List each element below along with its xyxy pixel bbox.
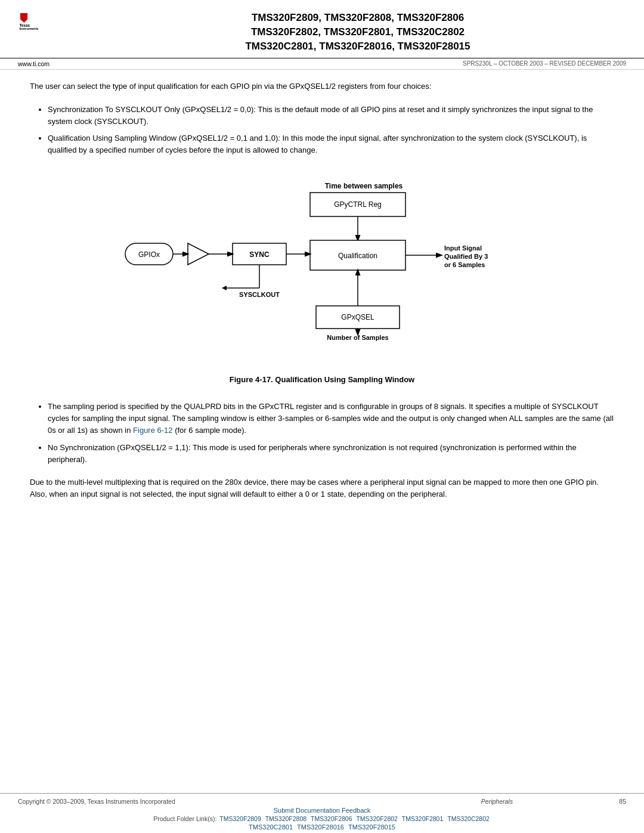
title-line1: TMS320F2809, TMS320F2808, TMS320F2806: [89, 11, 626, 25]
final-para: Due to the multi-level multiplexing that…: [30, 476, 614, 500]
svg-text:SYSCLKOUT: SYSCLKOUT: [239, 291, 280, 298]
header-subtitle-row: www.ti.com SPRS230L – OCTOBER 2003 – REV…: [0, 58, 644, 70]
page: Texas Instruments TMS320F2809, TMS320F28…: [0, 0, 644, 833]
product-link-9[interactable]: TMS320F28015: [348, 823, 395, 831]
diagram-svg-wrapper: Time between samples GPyCTRL Reg Qualifi…: [107, 178, 537, 370]
section-page: Peripherals 85: [481, 798, 626, 805]
product-link-1[interactable]: TMS320F2809: [219, 815, 261, 822]
bullet-item-1: Synchronization To SYSCLKOUT Only (GPxQS…: [48, 104, 614, 128]
svg-marker-24: [222, 286, 227, 290]
bullet-item-4: No Synchronization (GPxQSEL1/2 = 1,1): T…: [48, 442, 614, 466]
svg-text:or 6 Samples: or 6 Samples: [444, 261, 485, 268]
product-links: TMS320F2809 TMS320F2808 TMS320F2806 TMS3…: [218, 815, 491, 822]
product-link-3[interactable]: TMS320F2806: [311, 815, 352, 822]
product-link-5[interactable]: TMS320F2801: [402, 815, 443, 822]
svg-text:GPyCTRL Reg: GPyCTRL Reg: [334, 200, 382, 209]
svg-text:GPIOx: GPIOx: [138, 250, 160, 259]
footer-row3: Product Folder Link(s): TMS320F2809 TMS3…: [18, 815, 626, 822]
svg-text:Input Signal: Input Signal: [444, 244, 482, 252]
page-num: 85: [619, 798, 626, 805]
title-line2: TMS320F2802, TMS320F2801, TMS320C2802: [89, 25, 626, 39]
title-line3: TMS320C2801, TMS320F28016, TMS320F28015: [89, 39, 626, 54]
figure-6-12-link[interactable]: Figure 6-12: [133, 426, 172, 435]
product-link-2[interactable]: TMS320F2808: [265, 815, 306, 822]
svg-text:Qualification: Qualification: [338, 252, 377, 260]
svg-text:GPxQSEL: GPxQSEL: [341, 313, 374, 321]
page-footer: Copyright © 2003–2009, Texas Instruments…: [0, 793, 644, 833]
header-title: TMS320F2809, TMS320F2808, TMS320F2806 TM…: [89, 11, 626, 53]
diagram-container: Time between samples GPyCTRL Reg Qualifi…: [30, 178, 614, 392]
footer-row2: Submit Documentation Feedback: [18, 807, 626, 814]
product-link-4[interactable]: TMS320F2802: [356, 815, 397, 822]
svg-marker-1: [20, 13, 27, 23]
copyright-text: Copyright © 2003–2009, Texas Instruments…: [18, 798, 175, 805]
footer-row4: TMS320C2801 TMS320F28016 TMS320F28015: [18, 823, 626, 831]
figure-caption: Figure 4-17. Qualification Using Samplin…: [230, 375, 414, 384]
diagram-svg: Time between samples GPyCTRL Reg Qualifi…: [107, 178, 537, 368]
logo-area: Texas Instruments: [18, 11, 89, 32]
page-header: Texas Instruments TMS320F2809, TMS320F28…: [0, 0, 644, 58]
svg-text:Time between samples: Time between samples: [325, 182, 403, 190]
bullet-item-3: The sampling period is specified by the …: [48, 401, 614, 436]
footer-row1: Copyright © 2003–2009, Texas Instruments…: [18, 798, 626, 805]
bullet-list-1: Synchronization To SYSCLKOUT Only (GPxQS…: [48, 104, 614, 162]
website-link: www.ti.com: [18, 60, 49, 67]
main-content: The user can select the type of input qu…: [0, 70, 644, 793]
product-links-2: TMS320C2801 TMS320F28016 TMS320F28015: [247, 823, 397, 831]
submit-feedback-link[interactable]: Submit Documentation Feedback: [274, 807, 371, 814]
product-link-7[interactable]: TMS320C2801: [249, 823, 293, 831]
ti-logo-icon: Texas Instruments: [18, 11, 42, 30]
svg-text:SYNC: SYNC: [249, 250, 270, 259]
doc-number: SPRS230L – OCTOBER 2003 – REVISED DECEMB…: [463, 60, 626, 67]
product-link-8[interactable]: TMS320F28016: [297, 823, 344, 831]
svg-text:Number of Samples: Number of Samples: [327, 334, 388, 341]
bullet-list-2: The sampling period is specified by the …: [48, 401, 614, 470]
product-folder-label: Product Folder Link(s):: [153, 815, 216, 822]
intro-text: The user can select the type of input qu…: [30, 80, 614, 92]
svg-text:Qualified By 3: Qualified By 3: [444, 253, 488, 260]
bullet-item-2: Qualification Using Sampling Window (GPx…: [48, 132, 614, 156]
svg-text:Instruments: Instruments: [19, 27, 38, 30]
product-link-6[interactable]: TMS320C2802: [447, 815, 490, 822]
svg-marker-12: [188, 243, 209, 265]
section-label: Peripherals: [481, 798, 513, 805]
